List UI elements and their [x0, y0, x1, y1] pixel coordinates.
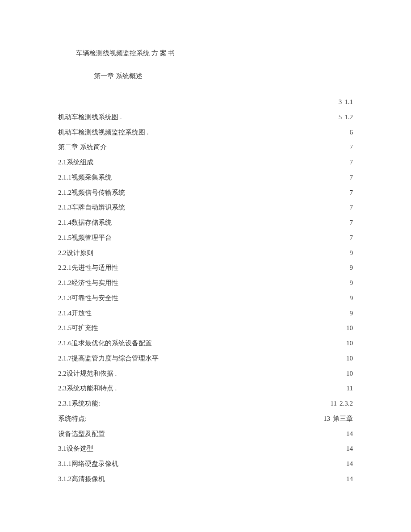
toc-page-number: 14	[346, 457, 353, 472]
toc-label: 2.1.2经济性与实用性	[58, 276, 118, 291]
toc-entry: 2.1.3车牌自动辨识系统7	[58, 200, 353, 215]
toc-page-number: 9	[350, 260, 353, 276]
toc-page-number: 10	[346, 321, 353, 336]
toc-label: 2.1.1视频采集系统	[58, 170, 112, 185]
toc-leader-dots	[113, 173, 348, 180]
toc-leader-dots	[160, 354, 344, 360]
toc-leader-dots	[107, 429, 344, 436]
toc-leader-dots	[109, 142, 348, 149]
toc-label: 系统特点:	[58, 411, 87, 427]
toc-label: 2.1.5可扩充性	[58, 321, 98, 336]
toc-trailing-text: 1.1	[344, 95, 353, 110]
toc-entry: 设备选型及配置14	[58, 427, 353, 442]
toc-entry: 2.2设计规范和依据 .10	[58, 366, 353, 381]
toc-label: 2.1.6追求最优化的系统设备配置	[58, 336, 152, 351]
toc-leader-dots	[113, 233, 348, 240]
toc-leader-dots	[120, 278, 348, 285]
toc-page-number: 11	[347, 381, 353, 396]
toc-entry: 2.1.4数据存储系统7	[58, 215, 353, 230]
toc-trailing-text: 2.3.2	[340, 396, 353, 411]
toc-page-number: 3	[339, 95, 342, 110]
toc-page-number: 7	[350, 170, 353, 185]
toc-entry: 3.1设备选型14	[58, 441, 353, 457]
toc-leader-dots	[102, 399, 328, 406]
toc-page-number: 9	[350, 291, 353, 306]
toc-label: 3.1设备选型	[58, 441, 93, 457]
toc-label: 2.1.5视频管理平台	[58, 230, 112, 246]
toc-leader-dots	[95, 248, 348, 255]
toc-entry: 第二章 系统简介7	[58, 140, 353, 155]
toc-entry: 系统特点:13第三章	[58, 411, 353, 427]
toc-page-number: 7	[350, 140, 353, 155]
toc-leader-dots	[100, 323, 344, 330]
toc-page-number: 9	[350, 306, 353, 321]
toc-label: 2.1.4开放性	[58, 306, 92, 321]
toc-page-number: 6	[350, 125, 353, 140]
toc-page-number: 7	[350, 230, 353, 246]
toc-label: 2.2设计原则	[58, 246, 93, 261]
toc-label: 2.1.7提高监管力度与综合管理水平	[58, 351, 159, 366]
toc-trailing-text: 第三章	[333, 411, 353, 427]
toc-leader-dots	[118, 369, 344, 376]
toc-page-number: 7	[350, 215, 353, 230]
toc-entry: 机动车检测线系统图 .51.2	[58, 110, 353, 125]
toc-page-number: 10	[346, 366, 353, 381]
toc-label: 3.1.1网络硬盘录像机	[58, 457, 118, 472]
toc-page-number: 7	[350, 155, 353, 170]
toc-label: 2.1.3车牌自动辨识系统	[58, 200, 125, 215]
toc-leader-dots	[120, 459, 344, 466]
toc-leader-dots	[127, 188, 348, 195]
toc-leader-dots	[60, 97, 337, 104]
toc-leader-dots	[88, 414, 322, 421]
toc-entry: 2.1.2经济性与实用性9	[58, 276, 353, 291]
toc-page-number: 7	[350, 185, 353, 201]
toc-label: 2.1.2视频信号传输系统	[58, 185, 125, 201]
toc-entry: 2.1.7提高监管力度与综合管理水平10	[58, 351, 353, 366]
toc-leader-dots	[118, 384, 344, 390]
toc-leader-dots	[120, 293, 348, 300]
toc-entry: 2.3系统功能和特点 .11	[58, 381, 353, 396]
toc-entry: 2.1.1视频采集系统7	[58, 170, 353, 185]
toc-label: 设备选型及配置	[58, 427, 105, 442]
toc-entry: 2.1.6追求最优化的系统设备配置10	[58, 336, 353, 351]
toc-page-number: 14	[346, 441, 353, 457]
toc-entry: 2.3.1系统功能:112.3.2	[58, 396, 353, 411]
chapter-heading: 第一章 系统概述	[58, 72, 353, 80]
toc-page-number: 9	[350, 246, 353, 261]
toc-leader-dots	[127, 203, 348, 209]
toc-label: 2.3系统功能和特点 .	[58, 381, 117, 396]
table-of-contents: 31.1机动车检测线系统图 .51.2机动车检测线视频监控系统图 .6第二章 系…	[58, 95, 353, 487]
toc-trailing-text: 1.2	[344, 110, 353, 125]
toc-entry: 2.1.5可扩充性10	[58, 321, 353, 336]
toc-label: 2.2设计规范和依据 .	[58, 366, 117, 381]
toc-label: 2.3.1系统功能:	[58, 396, 100, 411]
toc-page-number: 5	[339, 110, 342, 125]
toc-page-number: 9	[350, 276, 353, 291]
toc-label: 第二章 系统简介	[58, 140, 107, 155]
toc-leader-dots	[113, 218, 348, 225]
toc-entry: 3.1.2高清摄像机14	[58, 472, 353, 487]
toc-label: 2.1.3可靠性与安全性	[58, 291, 118, 306]
toc-page-number: 13	[323, 411, 330, 427]
doc-title: 车辆检测线视频监控系统 方 案 书	[58, 49, 353, 58]
toc-leader-dots	[154, 339, 344, 345]
toc-entry: 2.1.5视频管理平台7	[58, 230, 353, 246]
toc-page-number: 10	[346, 351, 353, 366]
toc-page-number: 7	[350, 200, 353, 215]
toc-entry: 2.2设计原则9	[58, 246, 353, 261]
toc-label: 机动车检测线视频监控系统图 .	[58, 125, 149, 140]
toc-entry: 机动车检测线视频监控系统图 .6	[58, 125, 353, 140]
toc-page-number: 14	[346, 427, 353, 442]
toc-leader-dots	[93, 309, 348, 315]
toc-label: 2.1.4数据存储系统	[58, 215, 112, 230]
toc-entry: 2.1系统组成7	[58, 155, 353, 170]
toc-label: 2.1系统组成	[58, 155, 93, 170]
toc-entry: 2.1.2视频信号传输系统7	[58, 185, 353, 201]
toc-leader-dots	[95, 444, 344, 451]
toc-entry: 3.1.1网络硬盘录像机14	[58, 457, 353, 472]
toc-entry: 31.1	[58, 95, 353, 110]
toc-leader-dots	[120, 263, 348, 270]
toc-label: 3.1.2高清摄像机	[58, 472, 105, 487]
toc-entry: 2.1.3可靠性与安全性9	[58, 291, 353, 306]
toc-page-number: 11	[331, 396, 337, 411]
